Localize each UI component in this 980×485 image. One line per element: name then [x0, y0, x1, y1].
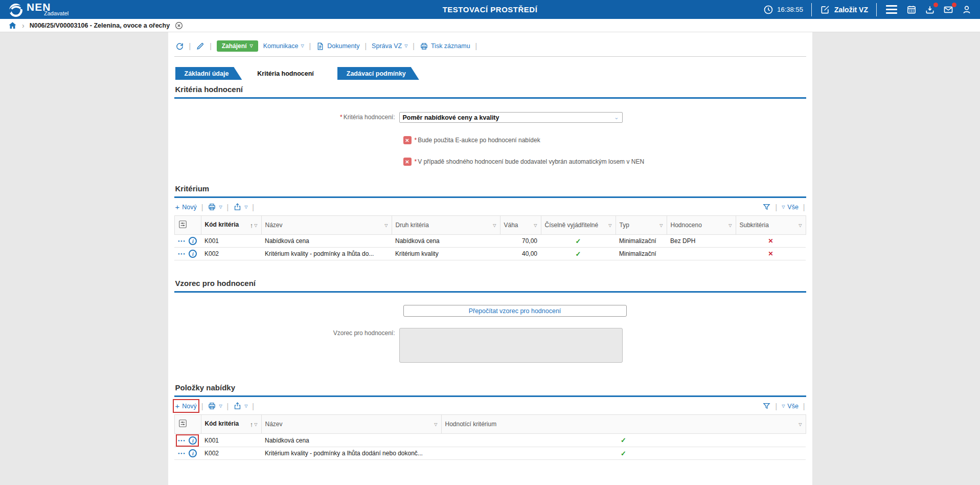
create-vz-button[interactable]: Založit VZ: [820, 5, 868, 15]
vzorec-field-label: Vzorec pro hodnocení:: [174, 328, 399, 337]
toolbar-divider: |: [210, 42, 212, 50]
user-icon[interactable]: [962, 5, 972, 15]
column-settings-icon[interactable]: [178, 419, 187, 428]
info-icon[interactable]: i: [189, 250, 197, 258]
info-icon[interactable]: i: [189, 449, 197, 457]
polozky-vse-menu[interactable]: ▽ Vše: [782, 403, 799, 410]
check-icon: ✓: [621, 436, 626, 444]
polozky-row-K002[interactable]: ●●● iK002Kritérium kvality - podmínky a …: [174, 447, 806, 460]
topbar-divider: [876, 3, 877, 16]
export-icon: [233, 402, 242, 410]
cell-hodnotici: ✓: [441, 434, 806, 447]
cell-hodnoceno: Bez DPH: [667, 235, 736, 248]
kriterium-row-K002[interactable]: ●●● iK002Kritérium kvality - podmínky a …: [174, 248, 806, 260]
col-nazev[interactable]: Název: [265, 222, 283, 229]
komunikace-menu[interactable]: Komunikace▽: [263, 42, 304, 50]
kriterium-export-menu[interactable]: ▽: [233, 203, 247, 211]
menu-icon[interactable]: [885, 4, 898, 15]
polozky-table: Kód kritéria↑▽ Název▽ Hodnotící kritériu…: [174, 414, 806, 460]
cell-ciselne: ✓: [541, 235, 616, 248]
home-icon[interactable]: [8, 21, 17, 30]
edit-icon[interactable]: [196, 42, 204, 51]
col-kod-kriteria[interactable]: Kód kritéria: [205, 421, 239, 428]
flag-unchecked-icon[interactable]: ✕: [403, 136, 412, 144]
cross-icon: ✕: [768, 237, 773, 245]
col-hodnoceno[interactable]: Hodnoceno: [671, 222, 702, 229]
tisk-zaznamu-button[interactable]: Tisk záznamu: [420, 42, 470, 51]
chevron-down-icon: ▽: [244, 205, 247, 209]
content-panel: | | Zahájení▽ Komunikace▽ | Dokumenty | …: [168, 32, 812, 485]
nen-logo[interactable]: NEN Zadavatel: [8, 2, 69, 18]
topbar-divider: [811, 3, 812, 16]
close-icon[interactable]: [175, 21, 183, 30]
polozky-export-menu[interactable]: ▽: [233, 402, 247, 410]
flag-unchecked-icon[interactable]: ✕: [403, 158, 412, 166]
filter-chevron-icon[interactable]: ▽: [659, 223, 663, 228]
polozky-new-button[interactable]: + Nový: [175, 402, 197, 410]
polozky-row-K001[interactable]: ●●● iK001Nabídková cena✓: [174, 434, 806, 447]
toolbar-divider: |: [364, 42, 367, 50]
tab-kriteria-hodnoceni[interactable]: Kritéria hodnocení: [245, 67, 334, 80]
filter-icon[interactable]: [762, 203, 771, 211]
tab-zakladni-udaje[interactable]: Základní údaje: [175, 67, 242, 80]
col-vaha[interactable]: Váha: [504, 222, 518, 229]
filter-chevron-icon[interactable]: ▽: [493, 223, 496, 228]
tab-zadavaci-podminky[interactable]: Zadávací podmínky: [337, 67, 419, 80]
clock-time: 16:38:55: [777, 6, 803, 13]
col-ciselne[interactable]: Číselně vyjádřitelné: [545, 222, 599, 229]
filter-chevron-icon[interactable]: ▽: [384, 223, 388, 228]
cell-ciselne: ✓: [541, 248, 616, 260]
filter-icon[interactable]: [762, 402, 771, 410]
toolbar-divider: |: [189, 42, 191, 50]
dokumenty-button[interactable]: Dokumenty: [316, 42, 359, 51]
filter-chevron-icon[interactable]: ▽: [534, 223, 537, 228]
kriterium-vse-menu[interactable]: ▽ Vše: [782, 204, 799, 211]
messages-button[interactable]: [943, 5, 953, 15]
check-icon: ✓: [576, 237, 581, 245]
info-icon[interactable]: i: [189, 237, 197, 245]
calendar-icon[interactable]: [906, 5, 917, 15]
breadcrumb-item[interactable]: N006/25/V00003106 - Zelenina, ovoce a oř…: [30, 22, 170, 29]
flag-text-1: V případě shodného hodnocení bude dodava…: [418, 158, 644, 165]
check-icon: ✓: [621, 450, 626, 457]
filter-chevron-icon[interactable]: ▽: [434, 422, 437, 427]
cell-hodnoceno: [667, 248, 736, 260]
kriterium-toolbar: + Nový | ▽ | ▽ | | ▽ Vše |: [174, 198, 806, 215]
row-actions-icon[interactable]: ●●●: [178, 439, 186, 442]
col-subkriteria[interactable]: Subkritéria: [740, 222, 769, 229]
sprava-vz-menu[interactable]: Správa VZ▽: [372, 42, 407, 50]
filter-chevron-icon[interactable]: ▽: [728, 223, 732, 228]
polozky-print-menu[interactable]: ▽: [208, 402, 222, 410]
export-icon: [233, 203, 242, 211]
refresh-icon[interactable]: [175, 42, 184, 51]
downloads-button[interactable]: [925, 5, 935, 15]
kriterium-print-menu[interactable]: ▽: [208, 203, 222, 211]
kriterium-new-button[interactable]: + Nový: [175, 203, 197, 211]
kriterium-row-K001[interactable]: ●●● iK001Nabídková cenaNabídková cena70,…: [174, 235, 806, 248]
col-typ[interactable]: Typ: [620, 222, 629, 229]
sort-asc-icon: ↑: [250, 421, 254, 428]
filter-chevron-icon[interactable]: ▽: [799, 422, 802, 427]
row-actions-icon[interactable]: ●●●: [178, 252, 186, 255]
zahajeni-button[interactable]: Zahájení▽: [217, 40, 258, 52]
cell-subkriteria: ✕: [736, 248, 806, 260]
column-settings-icon[interactable]: [178, 220, 187, 229]
prepocitat-vzorec-button[interactable]: Přepočítat vzorec pro hodnocení: [403, 305, 627, 317]
filter-chevron-icon[interactable]: ▽: [608, 223, 611, 228]
printer-icon: [208, 402, 216, 410]
sort-asc-icon: ↑: [250, 222, 254, 229]
filter-chevron-icon[interactable]: ▽: [799, 223, 802, 228]
info-icon[interactable]: i: [189, 436, 197, 445]
cell-name: Kritérium kvality - podmínky a lhůta dod…: [261, 447, 441, 460]
col-kod-kriteria[interactable]: Kód kritéria: [205, 222, 239, 229]
col-hodnotici-kriterium[interactable]: Hodnotící kritérium: [445, 421, 497, 428]
row-actions-icon[interactable]: ●●●: [178, 452, 186, 455]
chevron-right-icon: ›: [22, 21, 25, 30]
chevron-down-icon: ▽: [249, 44, 253, 48]
col-druh-kriteria[interactable]: Druh kritéria: [396, 222, 429, 229]
col-nazev[interactable]: Název: [265, 421, 283, 428]
row-actions-icon[interactable]: ●●●: [178, 239, 186, 242]
vzorec-textarea[interactable]: [399, 328, 623, 363]
kriteria-hodnoceni-select[interactable]: Poměr nabídkové ceny a kvality ⌄: [399, 112, 623, 123]
cell-hodnotici: ✓: [441, 447, 806, 460]
